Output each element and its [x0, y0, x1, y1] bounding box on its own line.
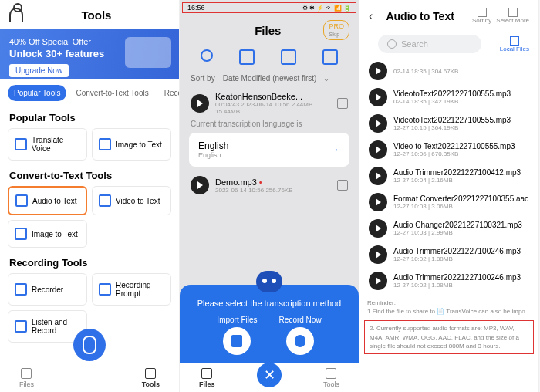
audio-to-text-screen: ‹ Audio to Text Sort by Select More Sear…: [359, 0, 539, 392]
play-icon[interactable]: [369, 272, 387, 290]
share-icon[interactable]: [337, 180, 348, 191]
list-item[interactable]: Video to Text20221227100555.mp312-27 10:…: [369, 137, 529, 163]
prompt-icon: [99, 283, 111, 296]
record-fab[interactable]: [73, 329, 106, 361]
file-list: 02-14 18:35 | 304.67KB VideotoText202212…: [359, 56, 538, 296]
bot-icon: [256, 271, 282, 292]
tools-icon: [145, 368, 156, 379]
section-header: Convert-to-Text Tools: [0, 165, 179, 186]
play-icon[interactable]: [191, 94, 209, 113]
files-screen: 16:56 ⚙ ✱ ⚡ ᯤ 📶 🔋 Files PROSkip Sort by …: [180, 0, 359, 392]
select-more-button[interactable]: Select More: [496, 8, 529, 24]
language-card[interactable]: EnglishEnglish →: [189, 133, 349, 167]
status-icons: ⚙ ✱ ⚡ ᯤ 📶 🔋: [302, 5, 351, 12]
local-files-icon: [510, 36, 519, 46]
translate-icon: [15, 138, 27, 150]
import-icon[interactable]: [239, 49, 255, 65]
tool-translate-voice[interactable]: Translate Voice: [8, 128, 87, 161]
file-row[interactable]: KeatonHensonBeeke...00:04:43 2023-06-14 …: [180, 87, 359, 120]
local-files-button[interactable]: Local Files: [500, 36, 529, 52]
bottom-nav: Files Tools: [0, 363, 179, 392]
list-item[interactable]: Audio Changer20221227100321.mp312-27 10:…: [369, 215, 529, 242]
tool-image-to-text[interactable]: Image to Text: [92, 128, 171, 161]
tool-image-to-text-2[interactable]: Image to Text: [8, 220, 87, 248]
play-icon[interactable]: [369, 114, 387, 133]
audio-to-text-icon: [15, 194, 28, 207]
search-icon[interactable]: [201, 49, 213, 62]
share-icon[interactable]: [337, 98, 348, 109]
chevron-down-icon: ⌵: [324, 74, 329, 83]
list-item[interactable]: Audio Trimmer20221227100246.mp312-27 10:…: [369, 268, 529, 294]
banner-art: [125, 37, 171, 68]
reminder-formats: 2. Currently supported audio formats are…: [364, 320, 534, 354]
reminder-header: Reminder:1.Find the file to share to 📄 T…: [359, 296, 538, 319]
recorder-icon: [15, 283, 27, 296]
tab-convert[interactable]: Convert-to-Text Tools: [69, 85, 154, 101]
play-icon[interactable]: [369, 62, 387, 80]
import-icon: [223, 327, 251, 355]
tab-recording[interactable]: Recording: [158, 85, 179, 101]
search-input[interactable]: Search: [378, 35, 481, 53]
folder-icon[interactable]: [281, 49, 296, 65]
tab-popular[interactable]: Popular Tools: [8, 85, 66, 101]
nav-tools[interactable]: Tools: [142, 368, 160, 388]
transcription-sheet: Please select the transcription method I…: [180, 285, 359, 364]
section-header: Recording Tools: [0, 252, 179, 273]
list-item[interactable]: 02-14 18:35 | 304.67KB: [369, 58, 529, 84]
listen-icon: [15, 320, 27, 333]
sort-icon: [478, 8, 487, 17]
select-icon: [508, 8, 518, 17]
list-item[interactable]: VideotoText20221227100555.mp312-27 10:15…: [369, 110, 529, 137]
tool-video-to-text[interactable]: Video to Text: [92, 186, 171, 215]
play-icon[interactable]: [369, 88, 387, 106]
video-to-text-icon: [99, 194, 111, 207]
files-icon: [201, 368, 212, 379]
status-bar: 16:56 ⚙ ✱ ⚡ ᯤ 📶 🔋: [182, 2, 356, 13]
play-icon[interactable]: [369, 219, 387, 238]
files-icon: [21, 368, 32, 379]
lang-label: Current transcription language is: [180, 120, 359, 128]
nav-tools[interactable]: Tools: [323, 368, 339, 388]
screen-title: Files: [255, 24, 281, 37]
status-time: 16:56: [187, 4, 205, 12]
screen-title: Tools: [23, 8, 170, 22]
play-icon[interactable]: [369, 193, 387, 211]
arrow-right-icon: →: [328, 143, 340, 157]
profile-icon[interactable]: [9, 8, 23, 22]
tool-recorder[interactable]: Recorder: [8, 273, 87, 306]
nav-files[interactable]: Files: [199, 368, 215, 388]
nav-files[interactable]: Files: [19, 368, 34, 388]
tools-icon: [326, 368, 336, 379]
list-item[interactable]: VideotoText20221227100555.mp302-14 18:35…: [369, 84, 529, 110]
play-icon[interactable]: [369, 167, 387, 185]
screen-title: Audio to Text: [373, 10, 467, 22]
category-tabs: Popular Tools Convert-to-Text Tools Reco…: [0, 79, 179, 107]
file-row[interactable]: Demo.mp3 •2023-06-14 10:56 256.76KB: [180, 171, 359, 199]
add-folder-icon[interactable]: [322, 49, 338, 65]
play-icon[interactable]: [369, 140, 387, 159]
promo-banner[interactable]: 40% Off Special Offer Unlock 30+ feature…: [0, 29, 179, 79]
mic-icon: [286, 327, 314, 355]
sort-by-button[interactable]: Sort by: [472, 8, 491, 24]
record-now-button[interactable]: Record Now: [279, 316, 322, 355]
close-button[interactable]: ✕: [257, 363, 282, 387]
list-item[interactable]: Audio Trimmer20221227100246.mp312-27 10:…: [369, 242, 529, 268]
tool-audio-to-text[interactable]: Audio to Text: [8, 186, 87, 215]
tools-screen: Tools 40% Off Special Offer Unlock 30+ f…: [0, 0, 180, 392]
import-files-button[interactable]: Import Files: [217, 316, 257, 355]
image-to-text-icon: [15, 228, 27, 240]
list-item[interactable]: Format Converter20221227100355.aac12-27 …: [369, 189, 529, 215]
image-to-text-icon: [99, 138, 111, 150]
sort-control[interactable]: Sort by Date Modified (newest first) ⌵: [180, 69, 359, 87]
play-icon[interactable]: [369, 245, 387, 264]
list-item[interactable]: Audio Trimmer20221227100412.mp312-27 10:…: [369, 163, 529, 189]
section-header: Popular Tools: [0, 107, 179, 128]
pro-badge[interactable]: PROSkip: [323, 20, 349, 40]
sheet-title: Please select the transcription method: [180, 299, 359, 308]
play-icon[interactable]: [191, 176, 209, 194]
upgrade-button[interactable]: Upgrade Now: [9, 64, 69, 77]
tool-recording-prompt[interactable]: Recording Prompt: [92, 273, 171, 306]
